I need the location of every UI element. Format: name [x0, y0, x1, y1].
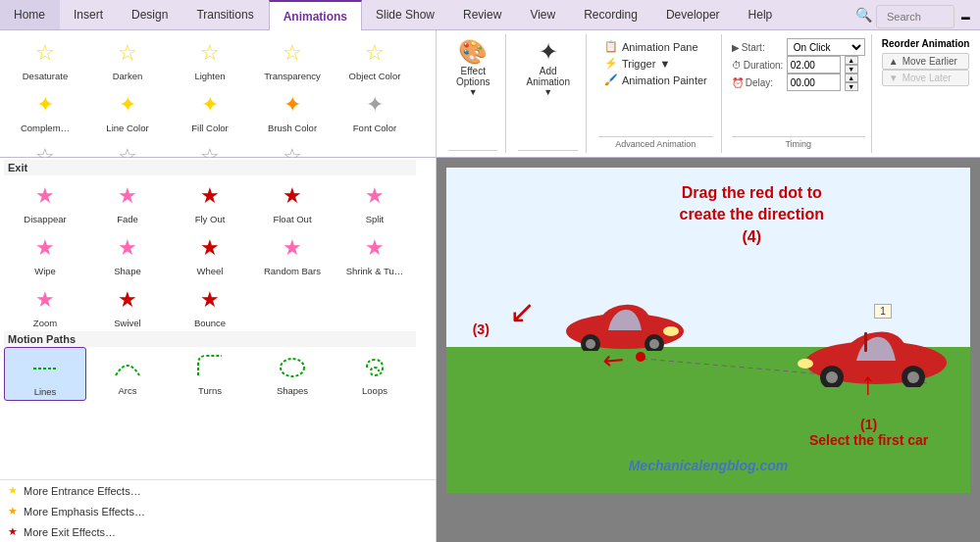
add-animation-button[interactable]: ✦ AddAnimation ▼	[518, 34, 577, 101]
anim-lines[interactable]: Lines	[4, 347, 86, 401]
red-dot[interactable]	[636, 352, 645, 362]
car-right[interactable]	[798, 309, 954, 389]
slide-content: Drag the red dot to create the direction…	[446, 168, 970, 493]
scroll-container[interactable]: Exit ★ Disappear ★ Fade ★ Fly Out ★ Floa…	[0, 158, 436, 479]
anim-underline[interactable]: ☆ Underline	[4, 136, 86, 158]
anim-fontcolor-label: Font Color	[353, 123, 396, 133]
svg-point-5	[586, 339, 595, 349]
duration-input[interactable]	[787, 56, 841, 74]
anim-boldflash[interactable]: ☆ Bold Flash	[86, 136, 169, 158]
search-input[interactable]	[876, 5, 954, 28]
anim-wave[interactable]: ☆ Wave	[251, 136, 334, 158]
more-emphasis-effects[interactable]: ★ More Emphasis Effects…	[0, 501, 436, 521]
arcs-icon	[110, 350, 145, 385]
anim-flyout[interactable]: ★ Fly Out	[169, 175, 251, 227]
anim-shrink[interactable]: ★ Shrink & Tu…	[334, 227, 416, 279]
animation-painter-button[interactable]: 🖌️ Animation Painter	[598, 72, 713, 88]
anim-swivel[interactable]: ★ Swivel	[86, 279, 169, 331]
anim-fade[interactable]: ★ Fade	[86, 175, 169, 227]
anim-floatout-label: Float Out	[273, 214, 311, 224]
car-left[interactable]	[561, 287, 689, 353]
anim-loops[interactable]: Loops	[334, 347, 416, 401]
tab-animations[interactable]: Animations	[269, 0, 362, 30]
minimize-icon[interactable]: 🗕	[958, 7, 972, 23]
motion-section-label: Motion Paths	[4, 331, 416, 347]
move-later-button[interactable]: ▼ Move Later	[882, 70, 970, 86]
anim-darken[interactable]: ☆ Darken	[86, 32, 169, 84]
anim-disappear[interactable]: ★ Disappear	[4, 175, 86, 227]
anim-complem[interactable]: ✦ Complem…	[4, 84, 86, 136]
anim-fontcolor[interactable]: ✦ Font Color	[334, 84, 416, 136]
svg-point-13	[907, 371, 919, 383]
tab-recording[interactable]: Recording	[570, 0, 652, 29]
ribbon-right: 🎨 EffectOptions ▼ ✦ AddAnimation ▼ 📋	[437, 30, 980, 157]
anim-zoom[interactable]: ★ Zoom	[4, 279, 86, 331]
timing-group-label: Timing	[732, 136, 865, 149]
anim-wipe[interactable]: ★ Wipe	[4, 227, 86, 279]
tab-view[interactable]: View	[516, 0, 570, 29]
more-entrance-effects[interactable]: ★ More Entrance Effects…	[0, 480, 436, 501]
anim-brushcolor[interactable]: ✦ Brush Color	[251, 84, 334, 136]
wave-icon: ☆	[275, 139, 310, 158]
anim-split[interactable]: ★ Split	[334, 175, 416, 227]
move-earlier-button[interactable]: ▲ Move Earlier	[882, 53, 970, 70]
anim-fillcolor[interactable]: ✦ Fill Color	[169, 84, 251, 136]
duration-up[interactable]: ▲	[845, 56, 858, 65]
anim-swivel-label: Swivel	[114, 318, 140, 328]
svg-rect-15	[864, 332, 867, 352]
anim-linecolor[interactable]: ✦ Line Color	[86, 84, 169, 136]
tab-slideshow[interactable]: Slide Show	[362, 0, 449, 29]
duration-spinner[interactable]: ▲ ▼	[845, 56, 858, 74]
arrow-3-num: (3)	[473, 321, 490, 337]
more-entrance-label: More Entrance Effects…	[24, 485, 141, 497]
animation-painter-label: Animation Painter	[622, 74, 707, 86]
arrow-to-car-right: ↑	[860, 366, 876, 402]
tab-developer[interactable]: Developer	[652, 0, 735, 29]
entrance-star-icon: ★	[8, 484, 18, 497]
boldreveal-icon: ☆	[192, 139, 228, 158]
anim-bounce[interactable]: ★ Bounce	[169, 279, 251, 331]
more-effects-list: ★ More Entrance Effects… ★ More Emphasis…	[0, 479, 436, 542]
tab-home[interactable]: Home	[0, 0, 60, 29]
tab-transitions[interactable]: Transitions	[182, 0, 268, 29]
start-select[interactable]: On Click With Previous After Previous	[787, 38, 865, 56]
trigger-button[interactable]: ⚡ Trigger ▼	[598, 55, 713, 72]
anim-boldreveal[interactable]: ☆ Bold Reveal	[169, 136, 251, 158]
instruction-text: Drag the red dot to create the direction…	[679, 182, 824, 248]
complem-icon: ✦	[27, 87, 63, 123]
anim-turns[interactable]: Turns	[169, 347, 251, 401]
anim-desaturate[interactable]: ☆ Desaturate	[4, 32, 86, 84]
anim-transparency[interactable]: ☆ Transparency	[251, 32, 334, 84]
svg-point-8	[663, 326, 679, 336]
anim-transparency-label: Transparency	[264, 71, 321, 81]
anim-shape[interactable]: ★ Shape	[86, 227, 169, 279]
split-icon: ★	[357, 178, 392, 214]
tab-design[interactable]: Design	[118, 0, 182, 29]
anim-randombars[interactable]: ★ Random Bars	[251, 227, 334, 279]
animation-pane-button[interactable]: 📋 Animation Pane	[598, 38, 713, 55]
anim-wheel[interactable]: ★ Wheel	[169, 227, 251, 279]
select-text: (1) Select the first car	[809, 417, 928, 448]
more-emphasis-label: More Emphasis Effects…	[24, 506, 145, 517]
effect-options-button[interactable]: 🎨 EffectOptions ▼	[448, 34, 497, 101]
anim-arcs[interactable]: Arcs	[86, 347, 169, 401]
floatout-icon: ★	[275, 178, 310, 214]
anim-shapes[interactable]: Shapes	[251, 347, 334, 401]
anim-lighten[interactable]: ☆ Lighten	[169, 32, 251, 84]
delay-input[interactable]	[787, 74, 841, 91]
delay-clock-icon: ⏰	[732, 77, 744, 88]
more-exit-effects[interactable]: ★ More Exit Effects…	[0, 521, 436, 542]
anim-floatout[interactable]: ★ Float Out	[251, 175, 334, 227]
duration-row: ⏱ Duration: ▲ ▼	[732, 56, 865, 74]
lines-icon	[27, 351, 63, 386]
anim-bounce-label: Bounce	[194, 318, 226, 328]
delay-spinner[interactable]: ▲ ▼	[845, 74, 858, 91]
trigger-arrow: ▼	[659, 58, 670, 70]
tab-insert[interactable]: Insert	[60, 0, 118, 29]
delay-down[interactable]: ▼	[845, 82, 858, 91]
tab-review[interactable]: Review	[449, 0, 516, 29]
tab-help[interactable]: Help	[735, 0, 788, 29]
delay-up[interactable]: ▲	[845, 74, 858, 82]
duration-down[interactable]: ▼	[845, 65, 858, 74]
anim-objectcolor[interactable]: ☆ Object Color	[334, 32, 416, 84]
